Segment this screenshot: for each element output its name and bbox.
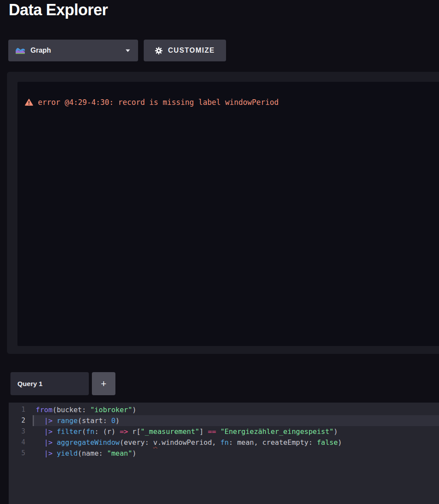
add-query-button[interactable]: + [92,372,115,395]
line-number: 4 [9,437,25,448]
graph-visualization-area: error @4:29-4:30: record is missing labe… [17,82,439,346]
customize-label: CUSTOMIZE [168,47,215,54]
code-line[interactable]: 4 |> aggregateWindow(every: v.windowPeri… [9,437,439,448]
warning-triangle-icon [25,99,33,106]
code-line[interactable]: 5 |> yield(name: "mean") [9,448,439,459]
code-line[interactable]: 2 |> range(start: 0) [9,415,439,426]
code-line-content: |> filter(fn: (r) => r["_measurement"] =… [33,426,439,437]
gear-icon [155,47,162,54]
code-line[interactable]: 1from(bucket: "iobroker") [9,404,439,415]
tab-query-1[interactable]: Query 1 [10,372,89,395]
cell-panel: error @4:29-4:30: record is missing labe… [7,72,439,354]
customize-button[interactable]: CUSTOMIZE [144,40,226,61]
plus-icon: + [101,378,107,390]
query-tab-label: Query 1 [17,380,43,388]
chevron-down-icon [125,49,130,52]
line-number: 3 [9,426,25,437]
code-lines: 1from(bucket: "iobroker")2 |> range(star… [9,404,439,459]
code-line[interactable]: 3 |> filter(fn: (r) => r["_measurement"]… [9,426,439,437]
code-line-content: |> range(start: 0) [33,415,439,426]
code-line-content: |> aggregateWindow(every: v.windowPeriod… [33,437,439,448]
flux-code-editor[interactable]: 1from(bucket: "iobroker")2 |> range(star… [9,403,439,504]
line-number: 5 [9,448,25,459]
data-explorer-page: Data Explorer Graph [0,0,439,504]
line-number: 1 [9,404,25,415]
code-line-content: from(bucket: "iobroker") [33,404,439,415]
view-type-dropdown[interactable]: Graph [8,40,138,61]
error-text: error @4:29-4:30: record is missing labe… [38,98,279,107]
code-line-content: |> yield(name: "mean") [33,448,439,459]
area-graph-icon [15,47,25,54]
page-title: Data Explorer [9,1,108,19]
view-type-label: Graph [30,47,51,54]
line-number: 2 [9,415,25,426]
query-error-message: error @4:29-4:30: record is missing labe… [25,98,279,107]
